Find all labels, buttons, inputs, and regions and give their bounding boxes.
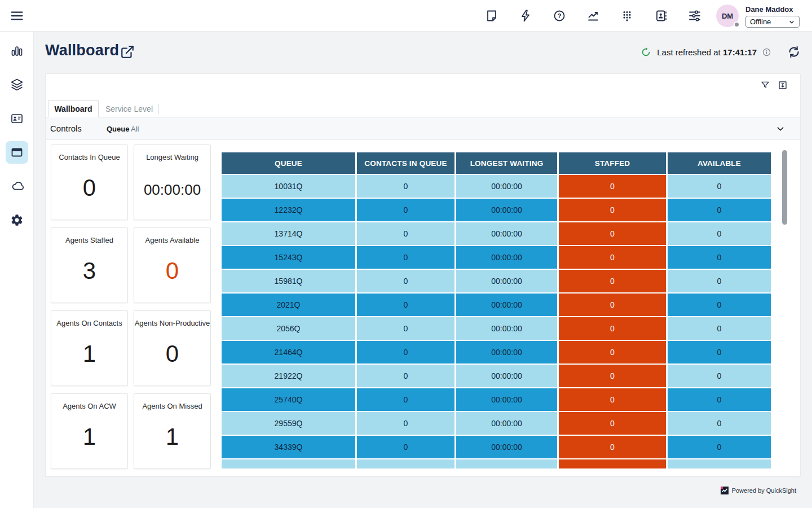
table-row: 21464Q 0 00:00:00 0 0 xyxy=(222,341,771,364)
analytics-icon[interactable] xyxy=(576,0,610,32)
kpi-label: Longest Waiting xyxy=(134,153,210,161)
cell-staffed: 0 xyxy=(559,365,666,387)
cell-queue: 15981Q xyxy=(222,270,355,292)
cell-staffed: 0 xyxy=(559,175,666,198)
auto-refresh-icon xyxy=(641,47,651,58)
cell-contacts: 0 xyxy=(357,341,454,364)
cell-available: 0 xyxy=(668,388,771,411)
cell-staffed: 0 xyxy=(559,270,666,292)
info-icon[interactable] xyxy=(762,47,771,57)
kpi-agents-available: Agents Available 0 xyxy=(134,227,211,303)
controls-bar[interactable]: Controls Queue All xyxy=(46,117,800,140)
table-row: 15243Q 0 00:00:00 0 0 xyxy=(222,246,771,269)
tab-service-level[interactable]: Service Level xyxy=(100,100,158,117)
col-header-longest-waiting[interactable]: LONGEST WAITING xyxy=(456,152,557,174)
chevron-down-icon xyxy=(788,19,795,25)
cell-waiting: 00:00:00 xyxy=(456,317,557,340)
filter-icon[interactable] xyxy=(760,80,770,90)
cell-queue: 21922Q xyxy=(222,365,355,387)
table-row: 15981Q 0 00:00:00 0 0 xyxy=(222,270,771,292)
menu-icon[interactable] xyxy=(9,8,25,24)
last-refreshed-time: 17:41:17 xyxy=(723,47,757,57)
kpi-label: Agents Available xyxy=(134,236,210,244)
refresh-status-area: Last refreshed at 17:41:17 xyxy=(641,44,801,60)
table-row: 25740Q 0 00:00:00 0 0 xyxy=(222,388,771,411)
cell-waiting: 00:00:00 xyxy=(456,412,557,435)
export-icon[interactable] xyxy=(778,80,788,90)
table-row: 13714Q 0 00:00:00 0 0 xyxy=(222,222,771,245)
sheet-tabs: Wallboard Service Level xyxy=(46,100,800,117)
cell-staffed: 0 xyxy=(559,294,666,316)
table-row: 29559Q 0 00:00:00 0 0 xyxy=(222,412,771,435)
cell-contacts: 0 xyxy=(357,317,454,340)
help-icon[interactable]: ? xyxy=(542,0,576,32)
queue-control-label: Queue xyxy=(107,125,129,133)
cell-contacts: 0 xyxy=(357,412,454,435)
kpi-contacts-in-queue: Contacts In Queue 0 xyxy=(51,144,128,220)
cell-contacts: 0 xyxy=(357,436,454,458)
col-header-contacts-in-queue[interactable]: CONTACTS IN QUEUE xyxy=(357,152,454,174)
cell-queue: 10031Q xyxy=(222,175,355,198)
controls-collapse-icon[interactable] xyxy=(774,122,787,135)
kpi-value: 0 xyxy=(134,340,210,367)
col-header-available[interactable]: AVAILABLE xyxy=(668,152,771,174)
sidebar-item-wallboard-active[interactable] xyxy=(6,141,28,164)
dashboard-toolbar xyxy=(760,80,788,90)
user-block: Dane Maddox Offline xyxy=(745,4,800,28)
cell-staffed: 0 xyxy=(559,341,666,364)
cell-waiting: 00:00:00 xyxy=(456,341,557,364)
cell-staffed: 0 xyxy=(559,436,666,458)
kpi-label: Agents On Missed xyxy=(134,402,210,410)
kpi-value: 0 xyxy=(51,174,127,202)
cell-queue: 15243Q xyxy=(222,246,355,269)
dialpad-icon[interactable] xyxy=(610,0,644,32)
kpi-value: 3 xyxy=(51,257,127,284)
cell-waiting: 00:00:00 xyxy=(456,388,557,411)
agent-status-value: Offline xyxy=(750,17,771,26)
notes-icon[interactable] xyxy=(475,0,509,32)
cell-staffed: 0 xyxy=(559,222,666,245)
directory-icon[interactable] xyxy=(644,0,678,32)
cell-contacts: 0 xyxy=(357,199,454,221)
topbar-actions: ? DM Dane Maddox Offline xyxy=(475,0,812,32)
powered-by-quicksight: Powered by QuickSight xyxy=(721,487,796,494)
open-external-icon[interactable] xyxy=(120,45,135,59)
sidebar-item-metrics[interactable] xyxy=(6,40,28,63)
settings-sliders-icon[interactable] xyxy=(678,0,712,32)
refresh-icon[interactable] xyxy=(787,45,801,59)
cell-waiting: 00:00:00 xyxy=(456,246,557,269)
table-header-row: QUEUE CONTACTS IN QUEUE LONGEST WAITING … xyxy=(222,152,771,174)
cell-waiting: 00:00:00 xyxy=(456,199,557,221)
kpi-value: 0 xyxy=(134,257,210,284)
cell-contacts: 0 xyxy=(357,388,454,411)
queue-control-value[interactable]: All xyxy=(131,125,139,133)
sidebar-item-cloud[interactable] xyxy=(6,175,28,198)
col-header-queue[interactable]: QUEUE xyxy=(222,152,355,174)
kpi-label: Contacts In Queue xyxy=(51,153,127,161)
cell-available: 0 xyxy=(668,436,771,458)
col-header-staffed[interactable]: STAFFED xyxy=(559,152,666,174)
cell-available: 0 xyxy=(668,246,771,269)
cell-queue: 2021Q xyxy=(222,294,355,316)
agent-status-select[interactable]: Offline xyxy=(745,16,800,28)
sidebar-item-layers[interactable] xyxy=(6,73,28,96)
user-avatar[interactable]: DM xyxy=(716,5,739,27)
tab-wallboard[interactable]: Wallboard xyxy=(48,100,99,117)
cell-staffed: 0 xyxy=(559,388,666,411)
table-scrollbar-thumb[interactable] xyxy=(782,150,787,225)
cell-available: 0 xyxy=(668,175,771,198)
cell-queue: 34339Q xyxy=(222,436,355,458)
dashboard-card: Wallboard Service Level Controls Queue A… xyxy=(45,73,801,476)
sidebar-item-contacts[interactable] xyxy=(6,107,28,130)
kpi-agents-staffed: Agents Staffed 3 xyxy=(51,227,128,303)
cell-queue: 21464Q xyxy=(222,341,355,364)
quick-actions-icon[interactable] xyxy=(509,0,542,32)
table-row: 2021Q 0 00:00:00 0 0 xyxy=(222,294,771,316)
cell-waiting: 00:00:00 xyxy=(456,175,557,198)
table-row: 2056Q 0 00:00:00 0 0 xyxy=(222,317,771,340)
sidebar-item-settings[interactable] xyxy=(6,209,28,231)
kpi-grid: Contacts In Queue 0 Longest Waiting 00:0… xyxy=(51,144,211,469)
cell-available: 0 xyxy=(668,270,771,292)
cell-staffed: 0 xyxy=(559,412,666,435)
cell-available: 0 xyxy=(668,412,771,435)
